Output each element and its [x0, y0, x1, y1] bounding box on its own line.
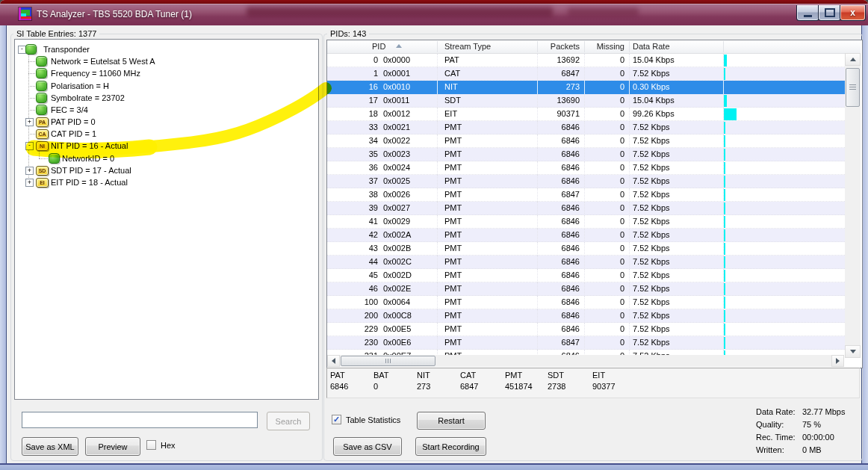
pid-row-17[interactable]: 170x0011SDT13690015.04 Kbps — [327, 94, 845, 108]
missing-cell: 0 — [587, 296, 624, 309]
pid-row-43[interactable]: 430x002BPMT684607.52 Kbps — [327, 242, 845, 256]
expand-icon[interactable]: + — [25, 167, 34, 175]
column-header-pid[interactable]: PID — [372, 42, 385, 51]
pid-cell: 45 — [327, 269, 378, 282]
pid-row-44[interactable]: 440x002CPMT684607.52 Kbps — [327, 256, 845, 269]
arrow-left-icon — [332, 358, 335, 364]
type-cell: PMT — [444, 121, 462, 134]
pid-cell: 1 — [327, 67, 378, 80]
green-node-icon — [36, 81, 47, 91]
pid-row-0[interactable]: 00x0000PAT13692015.04 Kbps — [327, 54, 845, 67]
pid-row-37[interactable]: 370x0025PMT684607.52 Kbps — [327, 175, 845, 188]
rate-cell: 7.52 Kbps — [633, 296, 670, 309]
missing-cell: 0 — [587, 215, 624, 228]
pid-row-231[interactable]: 2310x00E7PMT684607.52 Kbps — [327, 350, 845, 355]
save-as-xml-button[interactable]: Save as XML — [22, 437, 78, 456]
tree-item-networkid[interactable]: NetworkID = 0 — [15, 152, 318, 164]
minimize-button[interactable] — [796, 5, 819, 21]
pid-row-1[interactable]: 10x0001CAT684707.52 Kbps — [327, 67, 845, 81]
missing-cell: 0 — [587, 81, 624, 93]
data-rate-bar — [724, 55, 727, 67]
packets-cell: 6846 — [520, 309, 580, 322]
rate-cell: 7.52 Kbps — [633, 309, 670, 322]
pid-cell: 18 — [327, 108, 378, 120]
tree-item-eit-pid[interactable]: +EIEIT PID = 18 - Actual — [15, 176, 318, 188]
type-cell: PMT — [444, 350, 462, 355]
tree-item-network[interactable]: Network = Eutelsat 5 West A — [15, 55, 318, 67]
pid-row-36[interactable]: 360x0024PMT684607.52 Kbps — [327, 161, 845, 175]
close-button[interactable]: x — [840, 5, 866, 21]
pid-row-39[interactable]: 390x0027PMT684607.52 Kbps — [327, 202, 845, 215]
expand-icon[interactable]: + — [25, 179, 34, 187]
tree-item-sdt-pid[interactable]: +SDSDT PID = 17 - Actual — [15, 164, 318, 176]
type-cell: PMT — [444, 296, 462, 309]
rate-cell: 99.26 Kbps — [633, 108, 675, 120]
rate-cell: 7.52 Kbps — [633, 323, 670, 336]
tree-item-nit-pid[interactable]: -NINIT PID = 16 - Actual — [15, 140, 318, 152]
tree-item-transponder[interactable]: -Transponder — [15, 43, 318, 55]
tree-item-pat-pid[interactable]: +PAPAT PID = 0 — [15, 116, 318, 128]
expand-icon[interactable]: + — [25, 118, 34, 126]
pid-row-38[interactable]: 380x0026PMT684707.52 Kbps — [327, 188, 845, 202]
pid-row-16[interactable]: 160x0010NIT27300.30 Kbps — [327, 81, 845, 94]
collapse-icon[interactable]: - — [25, 142, 34, 150]
scroll-down-button[interactable] — [845, 345, 861, 358]
packets-cell: 6846 — [520, 282, 580, 295]
search-button[interactable]: Search — [267, 412, 310, 430]
stat-label: SDT — [548, 371, 592, 380]
preview-button[interactable]: Preview — [85, 437, 140, 456]
missing-cell: 0 — [587, 54, 624, 67]
pid-row-33[interactable]: 330x0021PMT684607.52 Kbps — [327, 121, 845, 134]
pid-row-200[interactable]: 2000x00C8PMT684607.52 Kbps — [327, 309, 845, 323]
horizontal-scroll-thumb[interactable] — [341, 356, 435, 366]
status-label: Rec. Time: — [756, 433, 796, 442]
column-header-packets[interactable]: Packets — [520, 42, 580, 51]
horizontal-scrollbar[interactable] — [327, 355, 844, 367]
vertical-scroll-thumb[interactable] — [846, 68, 860, 107]
pid-row-35[interactable]: 350x0023PMT684607.52 Kbps — [327, 148, 845, 161]
pid-row-229[interactable]: 2290x00E5PMT684607.52 Kbps — [327, 323, 845, 336]
pid-row-230[interactable]: 2300x00E6PMT684707.52 Kbps — [327, 336, 845, 350]
scroll-right-button[interactable] — [831, 355, 844, 367]
restart-button[interactable]: Restart — [417, 412, 486, 430]
column-header-data-rate[interactable]: Data Rate — [633, 42, 670, 51]
tree-item-frequency[interactable]: Frequency = 11060 MHz — [15, 67, 318, 79]
tree-item-polarisation[interactable]: Polarisation = H — [15, 80, 318, 92]
pid-row-41[interactable]: 410x0029PMT684607.52 Kbps — [327, 215, 845, 229]
save-as-csv-button[interactable]: Save as CSV — [333, 437, 402, 456]
search-input[interactable] — [22, 412, 258, 428]
type-cell: PMT — [444, 242, 462, 255]
hex-checkbox[interactable] — [146, 440, 156, 450]
pid-row-46[interactable]: 460x002EPMT684607.52 Kbps — [327, 282, 845, 296]
packets-cell: 6846 — [520, 134, 580, 147]
missing-cell: 0 — [587, 242, 624, 255]
start-recording-button[interactable]: Start Recording — [415, 437, 486, 456]
packets-cell: 13692 — [520, 54, 580, 67]
scroll-up-button[interactable] — [845, 53, 861, 66]
si-tree[interactable]: -TransponderNetwork = Eutelsat 5 West AF… — [14, 39, 319, 400]
pid-cell: 34 — [327, 134, 378, 147]
pid-cell: 100 — [327, 296, 378, 309]
green-node-icon — [25, 44, 37, 55]
scroll-left-button[interactable] — [327, 355, 340, 367]
maximize-button[interactable] — [818, 5, 841, 21]
column-header-stream-type[interactable]: Stream Type — [444, 42, 491, 51]
status-readout: Data Rate:32.77 MbpsQuality:75 %Rec. Tim… — [756, 407, 868, 460]
pid-row-34[interactable]: 340x0022PMT684607.52 Kbps — [327, 134, 845, 148]
pid-row-100[interactable]: 1000x0064PMT684607.52 Kbps — [327, 296, 845, 309]
pid-row-42[interactable]: 420x002APMT684607.52 Kbps — [327, 229, 845, 242]
tree-item-cat-pid[interactable]: CACAT PID = 1 — [15, 128, 318, 140]
pid-cell: 200 — [327, 309, 378, 322]
vertical-scrollbar[interactable] — [845, 53, 861, 358]
pid-cell: 36 — [327, 161, 378, 174]
stat-value: 6847 — [460, 382, 505, 391]
green-node-icon — [36, 56, 47, 67]
hex-cell: 0x0025 — [383, 175, 410, 188]
tree-item-symbolrate[interactable]: Symbolrate = 23702 — [15, 92, 318, 104]
tree-item-fec[interactable]: FEC = 3/4 — [15, 104, 318, 116]
pid-row-45[interactable]: 450x002DPMT684607.52 Kbps — [327, 269, 845, 282]
packets-cell: 6847 — [520, 336, 580, 349]
table-statistics-checkbox[interactable]: ✓ — [332, 415, 341, 424]
column-header-missing[interactable]: Missing — [587, 42, 624, 51]
pid-row-18[interactable]: 180x0012EIT90371099.26 Kbps — [327, 108, 845, 121]
